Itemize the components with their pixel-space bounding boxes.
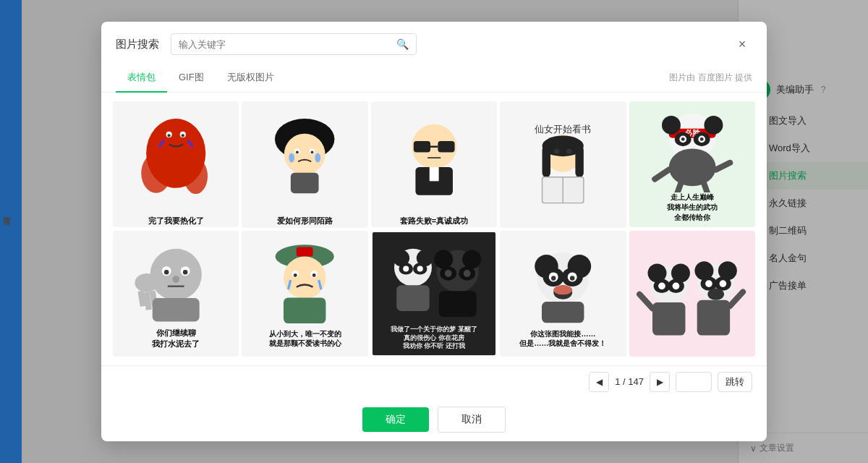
svg-point-98 [551,276,556,280]
svg-point-8 [141,153,171,193]
svg-line-48 [655,170,668,179]
svg-rect-120 [697,300,729,336]
svg-point-17 [315,153,321,163]
svg-line-121 [730,292,743,305]
svg-point-67 [284,256,326,298]
svg-rect-63 [153,298,200,321]
cancel-button[interactable]: 取消 [438,407,506,433]
svg-line-111 [639,294,652,307]
image-cell-3[interactable]: 套路失败=真诚成功 [371,101,497,227]
meme-caption-6: 你们继续聊我打水泥去了 [152,328,200,349]
modal-footer: 确定 取消 [101,398,767,441]
svg-point-81 [417,266,422,272]
image-search-modal: 图片搜索 🔍 × 表情包 GIF图 无版权图片 图片由 百度图片 提供 [101,22,767,441]
modal-title: 图片搜索 [116,38,159,51]
svg-point-85 [462,250,481,269]
svg-point-32 [554,149,559,154]
svg-rect-74 [284,297,326,323]
svg-point-55 [164,270,169,274]
svg-line-61 [147,292,149,309]
tab-attribution: 图片由 百度图片 提供 [669,72,752,84]
prev-page-button[interactable]: ◀ [589,372,609,392]
svg-line-60 [140,291,142,306]
meme-caption-3: 套路失败=真诚成功 [400,216,468,226]
modal-overlay: 图片搜索 🔍 × 表情包 GIF图 无版权图片 图片由 百度图片 提供 [0,0,868,463]
svg-point-59 [135,273,158,292]
meme-caption-1: 完了我要热化了 [148,216,204,226]
svg-point-101 [553,285,572,294]
search-icon: 🔍 [396,38,409,50]
svg-point-71 [312,273,316,277]
svg-point-119 [707,288,724,300]
svg-point-99 [570,276,574,280]
image-cell-2[interactable]: 爱如何形同陌路 [242,101,367,227]
svg-line-50 [674,184,680,192]
svg-rect-30 [542,146,550,177]
image-cell-1[interactable]: 完了我要热化了 [113,101,239,227]
svg-point-118 [719,280,726,287]
svg-rect-18 [291,173,319,193]
svg-point-15 [311,151,314,154]
meme-caption-8: 我做了一个关于你的梦 某醒了真的很伤心 你在花房我劝你 你不听 还打我 [391,326,477,351]
pagination: ◀ 1 / 147 ▶ 跳转 [101,365,767,398]
svg-point-117 [705,280,712,287]
meme-caption-9: 你这张图我能接……但是……我就是舍不得发！ [519,329,606,348]
page-info: 1 / 147 [615,376,644,387]
svg-point-84 [434,250,453,269]
svg-rect-110 [652,302,685,335]
image-cell-7[interactable]: 从小到大，唯一不变的就是那颗不爱读书的心 [242,231,367,357]
svg-point-89 [464,270,471,277]
tab-free-image[interactable]: 无版权图片 [216,64,286,93]
svg-point-33 [566,149,571,154]
image-cell-9[interactable]: 你这张图我能接……但是……我就是舍不得发！ [500,231,626,357]
svg-point-52 [150,248,201,300]
svg-point-70 [294,273,297,277]
image-grid: 完了我要热化了 [101,93,767,365]
image-cell-10[interactable] [629,231,755,357]
svg-line-49 [715,163,729,170]
svg-point-45 [681,137,684,141]
image-cell-6[interactable]: 你们继续聊我打水泥去了 [113,231,239,357]
svg-point-88 [445,270,452,277]
svg-text:仙女开始看书: 仙女开始看书 [535,124,591,135]
tab-emoji[interactable]: 表情包 [116,64,167,93]
svg-line-51 [704,184,710,192]
svg-rect-20 [414,141,430,152]
svg-point-16 [289,153,295,163]
svg-rect-31 [576,146,584,177]
svg-point-57 [172,276,179,283]
svg-point-47 [668,148,715,186]
tab-gif[interactable]: GIF图 [167,64,216,93]
svg-rect-90 [438,292,476,318]
svg-point-46 [699,137,703,141]
confirm-button[interactable]: 确定 [362,407,429,432]
search-box[interactable]: 🔍 [171,33,417,55]
svg-point-4 [168,135,171,137]
svg-point-80 [403,266,409,272]
image-cell-8[interactable]: 我做了一个关于你的梦 某醒了真的很伤心 你在花房我劝你 你不听 还打我 [371,231,497,357]
svg-point-5 [182,135,184,137]
modal-tabs: 表情包 GIF图 无版权图片 图片由 百度图片 提供 [101,64,767,93]
svg-point-9 [184,158,208,194]
svg-point-40 [704,116,723,135]
svg-point-109 [672,282,679,289]
modal-header: 图片搜索 🔍 × [101,22,767,55]
svg-rect-21 [438,141,454,152]
close-button[interactable]: × [732,34,752,54]
meme-caption-7: 从小到大，唯一不变的就是那颗不爱读书的心 [269,329,341,348]
svg-rect-82 [396,285,429,311]
next-page-button[interactable]: ▶ [650,372,670,392]
image-cell-4[interactable]: 仙女开始看书 [500,101,626,227]
svg-point-1 [158,121,194,156]
page-jump-button[interactable]: 跳转 [718,372,752,392]
page-jump-input[interactable] [676,372,712,392]
svg-rect-102 [542,302,584,323]
svg-point-14 [296,151,299,154]
search-input[interactable] [179,39,391,50]
svg-rect-24 [430,167,439,181]
svg-point-108 [658,282,665,289]
image-cell-5[interactable]: 必胜 [629,101,755,227]
svg-point-39 [662,116,681,135]
meme-caption-2: 爱如何形同陌路 [277,216,333,226]
svg-point-56 [183,270,187,274]
